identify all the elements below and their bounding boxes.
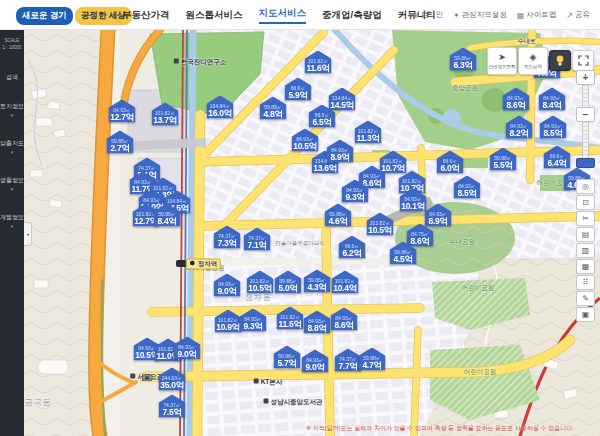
site-logo[interactable]: 새로운 경기 공정한 세상 xyxy=(16,7,132,25)
sidebar-item-3[interactable]: 생활정보▾ xyxy=(0,177,24,192)
price-marker[interactable]: 101.82㎡10.5억 xyxy=(367,213,394,236)
chevron-down-icon: ▾ xyxy=(0,223,24,229)
price-marker[interactable]: 74.37㎡7.7억 xyxy=(335,349,362,372)
nav-item-3[interactable]: 중개업/측량업 xyxy=(322,9,382,22)
price-marker[interactable]: 244.63㎡35.0억 xyxy=(159,368,186,391)
util-item-3[interactable]: ↗공유 xyxy=(566,10,590,20)
price-marker[interactable]: 101.82㎡10.4억 xyxy=(332,271,359,294)
sidebar-item-2[interactable]: 맞춤지도▾ xyxy=(0,140,24,155)
grid-icon[interactable]: ▦ xyxy=(576,259,595,274)
marker-price-label: 11.6억 xyxy=(305,63,332,72)
nav-item-1[interactable]: 원스톱서비스 xyxy=(186,9,243,22)
print-icon[interactable]: ▤ xyxy=(576,227,595,242)
price-marker[interactable]: 84.93㎡8.2억 xyxy=(506,116,533,139)
util-item-0[interactable]: ⊕로그인 xyxy=(412,10,443,20)
price-marker[interactable]: 66.6㎡6.2억 xyxy=(339,236,366,259)
nav-item-0[interactable]: 부동산가격 xyxy=(122,9,170,22)
house-icon: 84.93㎡9.0억 xyxy=(302,350,329,373)
price-marker[interactable]: 84.93㎡9.3억 xyxy=(342,180,369,203)
price-marker[interactable]: 66.6㎡5.9억 xyxy=(285,78,312,101)
price-marker[interactable]: 101.82㎡13.7억 xyxy=(152,103,179,126)
map-label-building: 성남시중앙도서관 xyxy=(264,398,323,407)
price-marker[interactable]: 101.82㎡10.9억 xyxy=(215,310,242,333)
nav-item-2[interactable]: 지도서비스 xyxy=(259,7,307,24)
price-marker[interactable]: 59.88㎡8.4억 xyxy=(154,204,181,227)
price-marker[interactable]: 59.88㎡2.7억 xyxy=(107,131,134,154)
zoom-slider-handle[interactable] xyxy=(576,158,595,168)
document-icon[interactable]: ▥ xyxy=(576,243,595,258)
zoom-track-upper[interactable] xyxy=(582,85,589,107)
price-marker[interactable]: 59.88㎡4.6억 xyxy=(325,204,352,227)
util-item-1[interactable]: ✶관심지역설정 xyxy=(453,10,507,20)
price-marker[interactable]: 84.93㎡9.3억 xyxy=(240,309,267,332)
price-marker[interactable]: 74.37㎡7.3억 xyxy=(214,226,241,249)
util-item-2[interactable]: ▦사이트맵 xyxy=(517,10,557,20)
price-marker[interactable]: 84.93㎡8.6억 xyxy=(331,308,358,331)
price-marker[interactable]: 84.93㎡8.8억 xyxy=(304,311,331,334)
price-marker[interactable]: 101.82㎡11.6억 xyxy=(305,51,332,74)
map-viewport[interactable]: 한국잔디연구소중앙공원수내공원어린이공원어린이공원어린이공원느티마을공원한솔마을… xyxy=(24,30,600,436)
price-marker[interactable]: 59.88㎡4.3억 xyxy=(304,270,331,293)
price-marker[interactable]: 101.82㎡11.3억 xyxy=(355,121,382,144)
sidebar-collapse-button[interactable]: ◂ xyxy=(24,222,32,246)
map-label-park: 어린이공원 xyxy=(462,284,495,293)
house-icon: 59.88㎡6.3억 xyxy=(450,48,477,71)
bulb-icon xyxy=(555,55,565,67)
price-marker[interactable]: 59.88㎡5.7억 xyxy=(274,346,301,369)
price-marker[interactable]: 84.93㎡8.5억 xyxy=(540,116,567,139)
price-marker[interactable]: 84.93㎡8.4억 xyxy=(539,88,566,111)
price-marker[interactable]: 74.37㎡7.1억 xyxy=(244,228,271,251)
draw-icon[interactable]: ✎ xyxy=(576,291,595,306)
sidebar-item-4[interactable]: 개발정보▾ xyxy=(0,214,24,229)
price-marker[interactable]: 84.93㎡12.7억 xyxy=(109,100,136,123)
house-icon: 74.37㎡7.1억 xyxy=(244,228,271,251)
cadastral-disclaimer: ※ 지적(임야)도는 실제와 차이가 있을 수 있으며 측량 등 정확을 요하는… xyxy=(306,424,574,433)
zoom-in-button[interactable]: + xyxy=(576,70,595,85)
price-marker[interactable]: 101.82㎡10.5억 xyxy=(247,271,274,294)
marker-area-label: 84.93㎡ xyxy=(214,274,241,287)
price-marker[interactable]: 59.88㎡5.5억 xyxy=(490,148,517,171)
streetview-button[interactable] xyxy=(549,50,571,71)
price-marker[interactable]: 134.84㎡16.0억 xyxy=(207,96,234,119)
zoom-out-button[interactable]: − xyxy=(576,107,595,122)
price-marker[interactable]: 59.88㎡6.3억 xyxy=(450,48,477,71)
price-marker[interactable]: 84.93㎡10.5억 xyxy=(292,129,319,152)
house-icon: 59.88㎡8.4억 xyxy=(154,204,181,227)
house-icon: 59.88㎡4.3억 xyxy=(304,270,331,293)
price-marker[interactable]: 66.6㎡6.5억 xyxy=(309,105,336,128)
price-marker[interactable]: 101.82㎡11.5억 xyxy=(277,307,304,330)
price-marker[interactable]: 84.93㎡10.1억 xyxy=(400,189,427,212)
map-select-button[interactable]: ◈ 지도선택 xyxy=(518,47,548,75)
marker-area-label: 84.93㎡ xyxy=(302,350,329,363)
price-marker[interactable]: 84.93㎡9.0억 xyxy=(174,337,201,360)
house-icon: 84.93㎡8.5억 xyxy=(454,176,481,199)
zoom-track-lower[interactable] xyxy=(582,122,589,158)
price-marker[interactable]: 74.37㎡7.5억 xyxy=(159,395,186,418)
price-marker[interactable]: 66.6㎡6.4억 xyxy=(544,146,571,169)
price-marker[interactable]: 66.6㎡6.0억 xyxy=(437,151,464,174)
quick-info-button[interactable]: ➤ 간편정보조회 xyxy=(487,47,517,75)
area-zoom-icon[interactable]: ⊡ xyxy=(576,195,595,210)
price-marker[interactable]: 84.93㎡9.0억 xyxy=(302,350,329,373)
marker-area-label: 74.37㎡ xyxy=(159,395,186,408)
price-marker[interactable]: 59.88㎡4.7억 xyxy=(359,348,386,371)
marker-area-label: 66.6㎡ xyxy=(544,146,571,159)
price-marker[interactable]: 84.93㎡9.0억 xyxy=(214,274,241,297)
price-marker[interactable]: 84.93㎡8.5억 xyxy=(454,176,481,199)
price-marker[interactable]: 59.88㎡4.8억 xyxy=(260,97,287,120)
marker-price-label: 11.5억 xyxy=(277,319,304,328)
price-marker[interactable]: 59.88㎡4.5억 xyxy=(390,242,417,265)
capture-icon[interactable]: ▣ xyxy=(576,307,595,322)
price-marker[interactable]: 84.93㎡8.9억 xyxy=(327,140,354,163)
marker-price-label: 8.4억 xyxy=(539,100,566,109)
measure-icon[interactable]: ✂ xyxy=(576,211,595,226)
legend-icon[interactable]: ⠿ xyxy=(576,275,595,290)
sidebar-item-0[interactable]: 검색 xyxy=(0,74,24,81)
price-marker[interactable]: 59.88㎡5.0억 xyxy=(275,271,302,294)
marker-price-label: 4.3억 xyxy=(304,282,331,291)
locate-icon[interactable]: ◎ xyxy=(576,179,595,194)
fullscreen-button[interactable] xyxy=(572,50,594,71)
marker-price-label: 4.6억 xyxy=(325,216,352,225)
sidebar-item-1[interactable]: 토지정보▾ xyxy=(0,103,24,118)
price-marker[interactable]: 84.93㎡8.6억 xyxy=(503,88,530,111)
